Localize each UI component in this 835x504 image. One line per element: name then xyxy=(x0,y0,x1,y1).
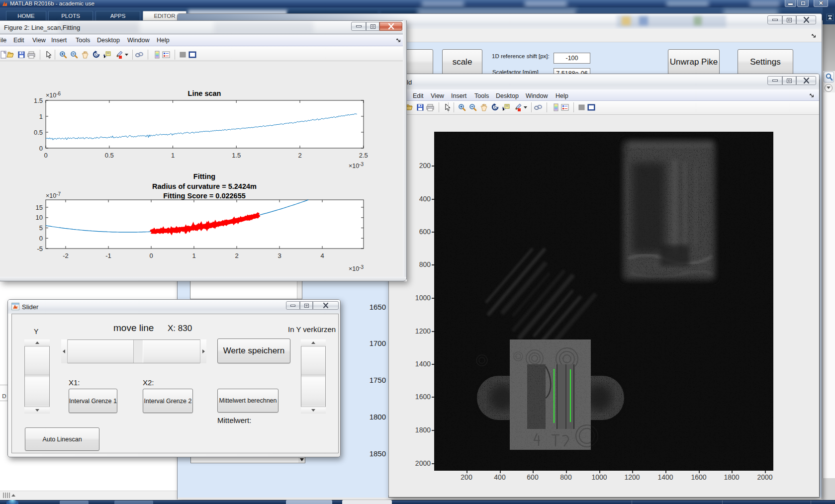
svg-text:2.5: 2.5 xyxy=(359,152,368,159)
svg-text:Fitting: Fitting xyxy=(193,172,215,180)
svg-text:2: 2 xyxy=(298,152,301,159)
svg-text:Radius of curvature = 5.2424m: Radius of curvature = 5.2424m xyxy=(152,182,257,190)
svg-text:×10-3: ×10-3 xyxy=(349,264,364,272)
svg-text:0: 0 xyxy=(149,252,153,259)
svg-text:3: 3 xyxy=(278,252,281,259)
svg-text:0: 0 xyxy=(44,152,47,159)
svg-text:0: 0 xyxy=(39,145,43,152)
svg-text:4: 4 xyxy=(320,252,324,259)
svg-text:10: 10 xyxy=(36,214,43,221)
svg-text:-5: -5 xyxy=(37,245,43,252)
svg-text:-2: -2 xyxy=(63,252,69,259)
svg-text:1.5: 1.5 xyxy=(34,97,43,104)
svg-text:2: 2 xyxy=(235,252,238,259)
svg-text:1: 1 xyxy=(171,152,175,159)
svg-text:Line scan: Line scan xyxy=(188,89,221,97)
svg-text:×10-3: ×10-3 xyxy=(349,162,364,169)
svg-text:0: 0 xyxy=(39,235,43,242)
svg-text:×10-6: ×10-6 xyxy=(46,91,61,99)
svg-text:5: 5 xyxy=(39,224,43,232)
svg-text:-1: -1 xyxy=(105,252,111,259)
svg-text:0.5: 0.5 xyxy=(105,152,114,159)
svg-text:15: 15 xyxy=(36,204,43,211)
svg-text:0.5: 0.5 xyxy=(34,129,43,136)
svg-text:1.5: 1.5 xyxy=(232,152,241,159)
svg-text:Fitting Score = 0.022655: Fitting Score = 0.022655 xyxy=(163,192,246,200)
svg-text:1: 1 xyxy=(192,252,195,259)
svg-text:1: 1 xyxy=(39,113,43,120)
svg-text:×10-7: ×10-7 xyxy=(46,191,61,199)
